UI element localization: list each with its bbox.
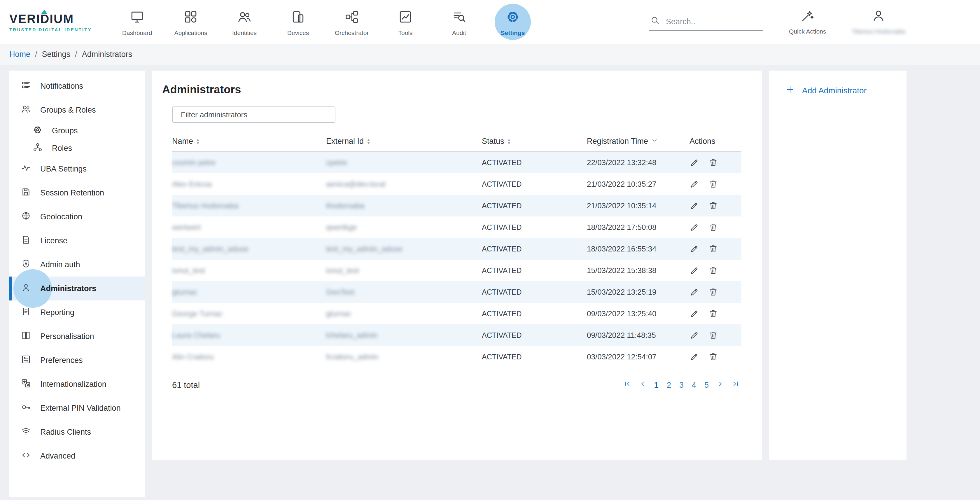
delete-button[interactable]	[708, 266, 718, 275]
sidebar-item-uba-settings[interactable]: UBA Settings	[10, 157, 145, 181]
sidebar-item-reporting[interactable]: Reporting	[10, 301, 145, 324]
page-number-3[interactable]: 3	[677, 381, 686, 390]
edit-button[interactable]	[689, 330, 699, 340]
delete-button[interactable]	[708, 309, 718, 318]
sidebar-item-preferences[interactable]: Preferences	[10, 348, 145, 372]
breadcrumb-home-link[interactable]: Home	[10, 50, 30, 59]
add-administrator-button[interactable]: Add Administrator	[785, 84, 907, 97]
edit-button[interactable]	[689, 287, 699, 297]
total-count: 61 total	[172, 381, 200, 390]
top-nav-item-orchestrator[interactable]: Orchestrator	[334, 3, 370, 41]
edit-button[interactable]	[689, 179, 699, 189]
sidebar-item-session-retention[interactable]: Session Retention	[10, 181, 145, 205]
nav-label: Tools	[398, 29, 412, 37]
delete-button[interactable]	[708, 201, 718, 211]
breadcrumb-settings[interactable]: Settings	[42, 50, 71, 59]
hierarchy-icon	[33, 142, 52, 154]
sidebar-item-roles[interactable]: Roles	[10, 139, 145, 157]
global-search[interactable]	[649, 13, 763, 30]
admin-name: gturnac	[172, 288, 197, 296]
page-number-2[interactable]: 2	[664, 381, 673, 390]
delete-button[interactable]	[708, 158, 718, 167]
top-bar: VERIDIUM TRUSTED DIGITAL IDENTITY Dashbo…	[0, 0, 980, 44]
breadcrumb-separator: /	[35, 50, 37, 59]
sidebar-item-groups[interactable]: Groups	[10, 122, 145, 139]
sidebar-item-label: Preferences	[40, 356, 83, 365]
top-nav-item-audit[interactable]: Audit	[441, 3, 477, 41]
delete-button[interactable]	[708, 222, 718, 232]
user-name: Tiberius Hodoroaba	[852, 28, 905, 35]
nav-label: Dashboard	[122, 29, 152, 37]
sidebar-item-license[interactable]: License	[10, 229, 145, 253]
top-nav-item-applications[interactable]: Applications	[173, 3, 209, 41]
top-bar-right: Quick Actions Tiberius Hodoroaba	[649, 9, 905, 35]
page-number-4[interactable]: 4	[689, 381, 698, 390]
sidebar-item-groups-roles[interactable]: Groups & Roles	[10, 98, 145, 122]
last-page-button[interactable]	[730, 379, 741, 391]
sidebar-item-advanced[interactable]: Advanced	[10, 444, 145, 468]
sidebar-item-radius-clients[interactable]: Radius Clients	[10, 420, 145, 444]
sidebar-item-geolocation[interactable]: Geolocation	[10, 205, 145, 229]
sidebar-item-administrators[interactable]: Administrators	[10, 277, 145, 301]
prev-page-button[interactable]	[637, 379, 648, 391]
column-header-registration-time[interactable]: Registration Time	[587, 132, 689, 151]
top-nav-item-dashboard[interactable]: Dashboard	[119, 3, 155, 41]
sort-desc-icon	[651, 137, 658, 146]
top-nav-item-settings[interactable]: Settings	[495, 3, 531, 41]
delete-button[interactable]	[708, 352, 718, 362]
quick-actions-button[interactable]: Quick Actions	[789, 9, 826, 35]
breadcrumb-current: Administrators	[82, 50, 132, 59]
registration-time: 21/03/2022 10:35:14	[587, 201, 657, 210]
save-icon	[21, 187, 40, 199]
user-menu[interactable]: Tiberius Hodoroaba	[852, 9, 905, 35]
edit-button[interactable]	[689, 158, 699, 167]
sidebar-item-internationalization[interactable]: Internationalization	[10, 372, 145, 396]
edit-button[interactable]	[689, 352, 699, 362]
top-nav-item-devices[interactable]: Devices	[280, 3, 316, 41]
breadcrumb-separator: /	[75, 50, 77, 59]
administrators-table: Name▲▼ External Id▲▼ Status▲▼ Registrati…	[172, 132, 741, 368]
delete-button[interactable]	[708, 287, 718, 297]
next-page-button[interactable]	[714, 379, 726, 391]
search-input[interactable]	[666, 17, 762, 26]
sidebar-item-personalisation[interactable]: Personalisation	[10, 324, 145, 348]
page-number-1[interactable]: 1	[652, 381, 661, 390]
edit-button[interactable]	[689, 266, 699, 275]
sidebar-item-label: Reporting	[40, 308, 75, 317]
first-page-button[interactable]	[622, 379, 633, 391]
column-header-status[interactable]: Status▲▼	[482, 132, 587, 151]
delete-button[interactable]	[708, 330, 718, 340]
sidebar-item-label: Roles	[52, 144, 72, 153]
table-row: Laura Chelarulchelaru_adminACTIVATED09/0…	[172, 324, 741, 346]
magic-wand-icon	[800, 9, 815, 25]
column-header-external-id[interactable]: External Id▲▼	[326, 132, 482, 151]
edit-button[interactable]	[689, 309, 699, 318]
delete-button[interactable]	[708, 179, 718, 189]
person-icon	[21, 283, 40, 295]
admin-name: Tiberius Hodoroaba	[172, 201, 238, 210]
edit-button[interactable]	[689, 222, 699, 232]
page-number-5[interactable]: 5	[702, 381, 711, 390]
table-row: Alex Enicsaaenica@dev.localACTIVATED21/0…	[172, 173, 741, 195]
sidebar-item-notifications[interactable]: Notifications	[10, 74, 145, 98]
shield-icon	[21, 259, 40, 271]
top-nav-item-tools[interactable]: Tools	[387, 3, 423, 41]
veridium-logo[interactable]: VERIDIUM TRUSTED DIGITAL IDENTITY	[10, 12, 103, 32]
column-header-name[interactable]: Name▲▼	[172, 132, 326, 151]
plus-icon	[785, 84, 795, 97]
registration-time: 15/03/2022 13:25:19	[587, 288, 657, 296]
status-badge: ACTIVATED	[482, 331, 522, 339]
nav-label: Orchestrator	[335, 29, 369, 37]
administrators-panel: Administrators Name▲▼ External Id▲▼ Stat…	[152, 71, 762, 460]
edit-button[interactable]	[689, 201, 699, 211]
top-nav-item-identities[interactable]: Identities	[226, 3, 262, 41]
pulse-icon	[21, 163, 40, 175]
edit-button[interactable]	[689, 244, 699, 254]
sidebar-item-external-pin-validation[interactable]: External PIN Validation	[10, 396, 145, 420]
column-header-actions: Actions	[689, 132, 741, 151]
filter-administrators-input[interactable]	[172, 107, 336, 123]
brand-name: VERIDIUM	[10, 12, 103, 26]
delete-button[interactable]	[708, 244, 718, 254]
table-row: cosmin petrecpetreACTIVATED22/03/2022 13…	[172, 151, 741, 173]
top-nav: DashboardApplicationsIdentitiesDevicesOr…	[119, 3, 531, 41]
